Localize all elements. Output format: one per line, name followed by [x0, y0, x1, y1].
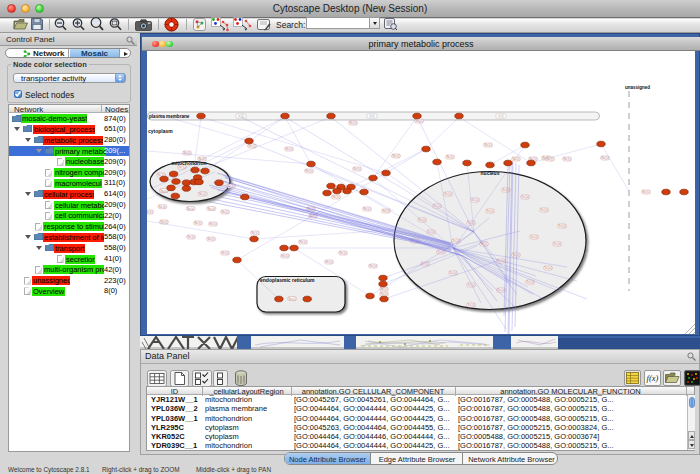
svg-text:cytoplasm: cytoplasm	[148, 128, 173, 134]
svg-text:Su (a): Su (a)	[502, 188, 509, 192]
svg-text:Nu (s): Nu (s)	[339, 251, 346, 255]
svg-text:Su (a): Su (a)	[540, 208, 547, 212]
svg-text:endoplasmic reticulum: endoplasmic reticulum	[260, 277, 315, 283]
svg-text:mitochondrion: mitochondrion	[172, 160, 207, 166]
svg-text:Su (a): Su (a)	[521, 195, 528, 199]
svg-text:Nu (s): Nu (s)	[281, 254, 288, 258]
svg-text:Nu (s): Nu (s)	[369, 264, 376, 268]
svg-text:Nu (s): Nu (s)	[601, 156, 608, 160]
svg-text:Nu (s): Nu (s)	[221, 251, 228, 255]
svg-text:Nu (s): Nu (s)	[207, 237, 214, 241]
svg-text:p (s): p (s)	[369, 114, 374, 118]
svg-text:unassigned: unassigned	[625, 85, 650, 90]
svg-text:Nu (s): Nu (s)	[208, 207, 215, 211]
svg-text:Nu (s): Nu (s)	[187, 207, 194, 211]
svg-text:Nu (s): Nu (s)	[209, 222, 216, 226]
svg-text:Su (a): Su (a)	[444, 192, 451, 196]
svg-text:Nu (s): Nu (s)	[288, 297, 295, 301]
svg-text:p (s): p (s)	[498, 114, 503, 118]
svg-text:f(x): f(x)	[647, 373, 659, 383]
svg-text:Nu (s): Nu (s)	[147, 210, 153, 214]
svg-text:Nu (s): Nu (s)	[353, 167, 360, 171]
svg-text:Nu (s): Nu (s)	[392, 154, 399, 158]
svg-text:Su (a): Su (a)	[558, 224, 565, 228]
svg-text:Nu (s): Nu (s)	[159, 205, 166, 209]
svg-text:Su (a): Su (a)	[530, 235, 537, 239]
svg-text:Su (a): Su (a)	[544, 266, 551, 270]
svg-text:nucleus: nucleus	[481, 170, 500, 176]
svg-text:Nu (s): Nu (s)	[363, 207, 370, 211]
svg-text:Nu (s): Nu (s)	[332, 195, 339, 199]
svg-text:Nu (s): Nu (s)	[187, 235, 194, 239]
svg-text:Nu (s): Nu (s)	[563, 157, 570, 161]
svg-text:Nu (s): Nu (s)	[194, 221, 201, 225]
svg-text:Su (a): Su (a)	[553, 242, 560, 246]
svg-text:Su (a): Su (a)	[449, 271, 456, 275]
svg-text:Nu (s): Nu (s)	[248, 144, 255, 148]
svg-text:Nu (s): Nu (s)	[380, 292, 387, 296]
svg-text:Nu (s): Nu (s)	[642, 190, 649, 194]
svg-text:Nu (s): Nu (s)	[285, 147, 292, 151]
svg-text:Nu (s): Nu (s)	[484, 143, 491, 147]
svg-text:Su (a): Su (a)	[471, 198, 478, 202]
svg-text:Su (a): Su (a)	[486, 209, 493, 213]
svg-text:Nu (s): Nu (s)	[446, 155, 453, 159]
svg-text:p (s): p (s)	[238, 114, 243, 118]
svg-text:Nu (s): Nu (s)	[299, 240, 306, 244]
svg-text:Su (a): Su (a)	[467, 303, 474, 307]
svg-text:Nu (s): Nu (s)	[251, 231, 258, 235]
svg-text:Nu (s): Nu (s)	[160, 189, 167, 193]
svg-text:Nu (s): Nu (s)	[199, 192, 206, 196]
svg-text:Nu (s): Nu (s)	[349, 121, 356, 125]
svg-text:Nu (s): Nu (s)	[325, 260, 332, 264]
svg-text:Nu (s): Nu (s)	[305, 169, 312, 173]
svg-text:Nu (s): Nu (s)	[221, 210, 228, 214]
